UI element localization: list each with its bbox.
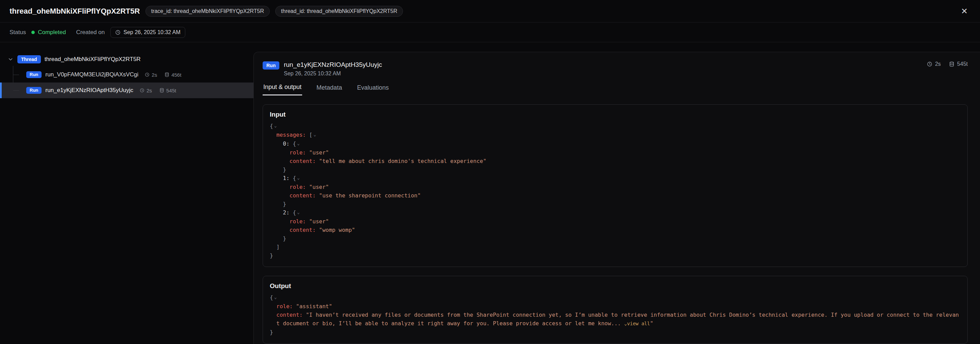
collapse-toggle-icon[interactable]: ⌄ — [313, 132, 316, 137]
json-token: content: — [290, 227, 316, 233]
clock-icon — [145, 72, 150, 77]
json-token: "assistant" — [296, 303, 332, 310]
collapse-toggle-icon[interactable]: ⌄ — [297, 210, 300, 215]
run-duration: 2s — [145, 72, 157, 78]
run-tokens: 545t — [949, 61, 968, 67]
json-token — [316, 158, 319, 164]
chevron-down-icon[interactable] — [8, 56, 14, 62]
json-line: content: "tell me about chris domino's t… — [270, 157, 961, 165]
json-token: role: — [290, 149, 306, 156]
json-line: content: "I haven’t received any files o… — [270, 310, 961, 328]
created-date-value: Sep 26, 2025 10:32 AM — [124, 29, 181, 35]
tab-evaluations[interactable]: Evaluations — [356, 83, 389, 96]
json-token: "user" — [309, 218, 329, 225]
json-line: content: "use the sharepoint connection" — [270, 191, 961, 200]
json-token: messages: — [276, 131, 306, 138]
input-json-viewer: {⌄messages: [⌄0: {⌄role: "user"content: … — [270, 122, 961, 260]
json-token: { — [270, 294, 273, 301]
json-token: [ — [309, 131, 313, 138]
json-token — [316, 192, 319, 199]
clock-icon — [927, 61, 932, 67]
json-line: } — [270, 251, 961, 260]
json-line: {⌄ — [270, 122, 961, 131]
json-line: {⌄ — [270, 293, 961, 302]
tab-input-output[interactable]: Input & output — [262, 83, 302, 96]
tree-elbow-line — [13, 75, 19, 75]
run-badge: Run — [262, 61, 279, 70]
tab-bar: Input & output Metadata Evaluations — [262, 83, 968, 96]
output-panel: Output {⌄role: "assistant"content: "I ha… — [262, 276, 968, 344]
input-panel: Input {⌄messages: [⌄0: {⌄role: "user"con… — [262, 104, 968, 267]
json-token: role: — [290, 184, 306, 190]
thread-badge: Thread — [18, 55, 41, 63]
tokens-icon — [949, 61, 955, 67]
run-duration-value: 2s — [935, 61, 941, 67]
collapse-toggle-icon[interactable]: ⌄ — [274, 123, 277, 128]
json-token: 0: — [283, 141, 293, 147]
run-badge: Run — [26, 87, 41, 94]
json-token: "tell me about chris domino's technical … — [319, 158, 487, 164]
json-token: { — [270, 123, 273, 129]
status-dot-icon — [31, 31, 35, 34]
json-token: } — [283, 201, 286, 207]
page-title: thread_oheMbNkiXFliPflYQpX2RT5R — [10, 7, 140, 16]
json-line: 0: {⌄ — [270, 139, 961, 148]
thread-row[interactable]: Thread thread_oheMbNkiXFliPflYQpX2RT5R — [0, 52, 253, 67]
json-token: role: — [276, 303, 293, 310]
json-token: "womp womp" — [319, 227, 355, 233]
json-line: } — [270, 200, 961, 208]
view-all-link[interactable]: ⌄view all — [624, 321, 650, 326]
run-row[interactable]: Runrun_V0pFAMQM3EUi2jBQiAXsVCgi2s456t — [0, 67, 253, 83]
trace-tree-sidebar: Thread thread_oheMbNkiXFliPflYQpX2RT5R R… — [0, 52, 253, 344]
json-line: role: "user" — [270, 148, 961, 157]
run-list: Runrun_V0pFAMQM3EUi2jBQiAXsVCgi2s456tRun… — [0, 67, 253, 98]
clock-icon — [115, 30, 121, 35]
trace-id-badge: trace_id: thread_oheMbNkiXFliPflYQpX2RT5… — [145, 6, 270, 17]
run-name: run_e1yKjEXNzRIOAptH35yUuyjc — [284, 61, 382, 69]
json-token — [306, 149, 309, 156]
app-root: thread_oheMbNkiXFliPflYQpX2RT5R trace_id… — [0, 0, 980, 344]
close-button[interactable]: ✕ — [958, 6, 970, 17]
json-line: 1: {⌄ — [270, 174, 961, 183]
json-line: } — [270, 328, 961, 336]
run-duration: 2s — [927, 61, 941, 67]
collapse-toggle-icon[interactable]: ⌄ — [297, 175, 300, 180]
json-token: "user" — [309, 184, 329, 190]
run-row[interactable]: Runrun_e1yKjEXNzRIOAptH35yUuyjc2s545t — [0, 83, 253, 98]
json-line: 2: {⌄ — [270, 208, 961, 217]
tokens-icon — [159, 88, 164, 93]
json-line: messages: [⌄ — [270, 131, 961, 139]
collapse-toggle-icon[interactable]: ⌄ — [297, 141, 300, 146]
json-token — [306, 131, 309, 138]
tokens-icon — [164, 72, 169, 77]
run-duration: 2s — [140, 88, 152, 93]
thread-name: thread_oheMbNkiXFliPflYQpX2RT5R — [45, 56, 141, 63]
json-line: role: "assistant" — [270, 302, 961, 310]
input-panel-title: Input — [270, 111, 961, 118]
json-token: "I haven’t received any files or documen… — [276, 312, 959, 326]
json-token: role: — [290, 218, 306, 225]
status-label: Status — [10, 29, 26, 36]
run-meta: 2s545t — [140, 88, 176, 93]
run-tokens-value: 545t — [166, 88, 176, 93]
run-meta: 2s456t — [145, 72, 181, 78]
json-token: content: — [290, 158, 316, 164]
json-token: { — [293, 209, 296, 216]
json-token — [293, 303, 296, 310]
collapse-toggle-icon[interactable]: ⌄ — [274, 294, 277, 300]
json-line: content: "womp womp" — [270, 226, 961, 234]
json-token — [306, 218, 309, 225]
created-on-label: Created on — [76, 29, 105, 36]
status-badge: Completed — [31, 29, 66, 36]
run-tokens-value: 545t — [957, 61, 968, 67]
tab-metadata[interactable]: Metadata — [316, 83, 343, 96]
output-panel-title: Output — [270, 282, 961, 290]
json-token: } — [283, 235, 286, 242]
run-name: run_e1yKjEXNzRIOAptH35yUuyjc — [45, 87, 133, 94]
json-token — [306, 184, 309, 190]
json-token: " — [650, 320, 653, 326]
json-token: } — [270, 252, 273, 259]
json-line: ] — [270, 243, 961, 251]
json-line: } — [270, 234, 961, 243]
json-token: ] — [276, 244, 280, 250]
